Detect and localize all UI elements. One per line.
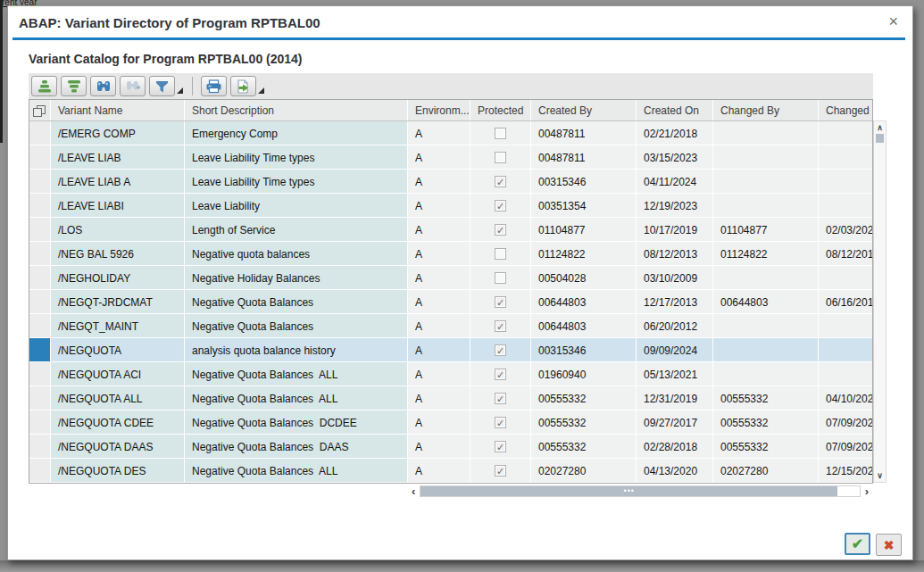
table-row[interactable]: /NEG BAL 5926 Negative quota balances A …: [29, 242, 872, 266]
scroll-left-arrow-icon[interactable]: ‹: [407, 485, 420, 498]
protected-cell: ✓: [470, 410, 531, 435]
vertical-scrollbar[interactable]: ∧ ∨: [873, 120, 887, 483]
confirm-button[interactable]: ✔: [845, 533, 870, 555]
column-header-variant-name[interactable]: Variant Name: [51, 100, 185, 120]
created-by-cell: 02027280: [531, 459, 637, 483]
horizontal-scroll-track[interactable]: •••: [420, 485, 860, 497]
scroll-up-arrow-icon[interactable]: ∧: [877, 121, 883, 134]
created-by-cell: 00487811: [531, 121, 637, 145]
protected-cell: ✓: [470, 314, 531, 338]
row-selector[interactable]: [29, 410, 51, 435]
table-row[interactable]: /NEGQUOTA ALL Negative Quota Balances AL…: [29, 386, 872, 410]
protected-cell: ✓: [470, 459, 531, 483]
environment-cell: A: [408, 410, 470, 435]
short-description-cell: Negative Quota Balances ALL: [185, 386, 408, 410]
table-row[interactable]: /NEGQT_MAINT Negative Quota Balances A ✓…: [29, 314, 872, 338]
vertical-scroll-thumb[interactable]: [876, 134, 884, 143]
table-row[interactable]: /NEGQT-JRDCMAT Negative Quota Balances A…: [29, 290, 872, 314]
row-selector[interactable]: [29, 121, 51, 145]
scroll-right-arrow-icon[interactable]: ›: [861, 485, 873, 498]
table-row[interactable]: /NEGHOLIDAY Negative Holiday Balances A …: [29, 266, 872, 290]
changed-on-cell: 08/12/201: [819, 242, 872, 266]
close-icon[interactable]: ×: [888, 13, 898, 29]
changed-on-cell: [819, 145, 872, 170]
row-selector[interactable]: [29, 314, 51, 338]
find-button[interactable]: [90, 76, 116, 96]
column-header-created-by[interactable]: Created By: [531, 100, 637, 120]
sort-ascending-button[interactable]: [31, 76, 57, 96]
protected-cell: [470, 242, 531, 266]
select-all-header[interactable]: [29, 100, 51, 120]
environment-cell: A: [408, 362, 470, 386]
table-row[interactable]: /NEGQUOTA analysis quota balance history…: [29, 338, 872, 362]
created-on-cell: 02/21/2018: [637, 121, 713, 145]
protected-checkbox: ✓: [495, 296, 506, 308]
sort-descending-button[interactable]: [61, 76, 87, 96]
environment-cell: A: [408, 194, 470, 218]
created-on-cell: 12/19/2023: [637, 194, 713, 218]
row-selector[interactable]: [29, 338, 51, 362]
export-dropdown-arrow[interactable]: [258, 87, 264, 94]
protected-cell: ✓: [470, 386, 531, 410]
environment-cell: A: [408, 290, 470, 314]
cancel-button[interactable]: ✖: [876, 534, 902, 556]
created-on-cell: 12/31/2019: [637, 386, 713, 410]
changed-by-cell: 01104877: [713, 218, 819, 242]
variant-name-cell: /LEAVE LIABI: [51, 194, 185, 218]
variant-name-cell: /NEGQT_MAINT: [51, 314, 185, 338]
short-description-cell: Leave Liability Time types: [185, 145, 408, 170]
row-selector[interactable]: [29, 242, 51, 266]
environment-cell: A: [408, 145, 470, 170]
column-header-changed-by[interactable]: Changed By: [713, 100, 819, 120]
row-selector[interactable]: [29, 386, 51, 410]
column-header-created-on[interactable]: Created On: [637, 100, 713, 120]
changed-by-cell: 00555332: [713, 435, 819, 459]
find-next-button[interactable]: [120, 76, 146, 96]
created-on-cell: 09/09/2024: [637, 338, 713, 362]
table-row[interactable]: /LEAVE LIAB A Leave Liability Time types…: [29, 170, 872, 194]
table-row[interactable]: /NEGQUOTA DES Negative Quota Balances AL…: [29, 459, 872, 483]
grid-toolbar: [29, 73, 873, 99]
table-row[interactable]: /EMERG COMP Emergency Comp A 00487811 02…: [29, 121, 872, 145]
table-row[interactable]: /NEGQUOTA DAAS Negative Quota Balances D…: [29, 435, 872, 459]
changed-by-cell: 02027280: [713, 459, 819, 483]
filter-button[interactable]: [149, 76, 175, 96]
row-selector[interactable]: [29, 459, 51, 483]
column-header-protected[interactable]: Protected: [470, 100, 531, 120]
created-on-cell: 06/20/2012: [637, 314, 713, 338]
created-by-cell: 01104877: [531, 218, 637, 242]
horizontal-scroll-thumb[interactable]: •••: [420, 486, 837, 496]
table-row[interactable]: /LOS Length of Service A ✓ 01104877 10/1…: [29, 218, 872, 242]
table-row[interactable]: /NEGQUOTA ACI Negative Quota Balances AL…: [29, 362, 872, 386]
column-header-short-description[interactable]: Short Description: [185, 100, 408, 120]
protected-cell: ✓: [470, 194, 531, 218]
table-row[interactable]: /LEAVE LIABI Leave Liability A ✓ 0035135…: [29, 194, 872, 218]
protected-checkbox: ✓: [495, 344, 506, 356]
row-selector[interactable]: [29, 218, 51, 242]
row-selector[interactable]: [29, 194, 51, 218]
row-selector[interactable]: [29, 290, 51, 314]
created-by-cell: 00487811: [531, 145, 637, 170]
row-selector[interactable]: [29, 362, 51, 386]
column-header-changed-on[interactable]: Changed On: [819, 100, 872, 120]
short-description-cell: Leave Liability Time types: [185, 170, 408, 194]
column-header-environment[interactable]: Environm...: [408, 100, 470, 120]
select-all-icon: [33, 105, 45, 117]
protected-cell: ✓: [470, 218, 531, 242]
row-selector[interactable]: [29, 145, 51, 170]
table-row[interactable]: /LEAVE LIAB Leave Liability Time types A…: [29, 145, 872, 170]
horizontal-scrollbar[interactable]: ‹ ••• ›: [407, 484, 873, 499]
row-selector[interactable]: [29, 266, 51, 290]
changed-by-cell: [713, 121, 819, 145]
short-description-cell: Negative Quota Balances: [185, 290, 408, 314]
row-selector[interactable]: [29, 435, 51, 459]
filter-dropdown-arrow[interactable]: [177, 87, 183, 94]
row-selector[interactable]: [29, 170, 51, 194]
print-button[interactable]: [201, 76, 227, 96]
table-row[interactable]: /NEGQUOTA CDEE Negative Quota Balances D…: [29, 410, 872, 435]
created-by-cell: 00644803: [531, 290, 637, 314]
changed-on-cell: 06/16/201: [819, 290, 872, 314]
environment-cell: A: [408, 170, 470, 194]
scroll-down-arrow-icon[interactable]: ∨: [877, 469, 883, 482]
export-button[interactable]: [230, 76, 256, 96]
